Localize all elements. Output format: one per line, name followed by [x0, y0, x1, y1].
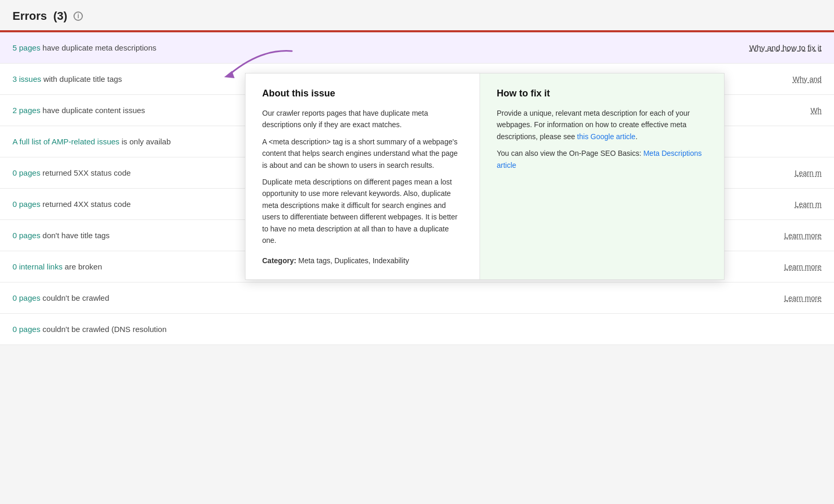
row-text-dns: 0 pages couldn't be crawled (DNS resolut… — [13, 325, 821, 334]
learn-link-4xx[interactable]: Learn m — [795, 200, 821, 208]
issue-row-crawl: 0 pages couldn't be crawled Learn more — [0, 282, 834, 314]
row-text-crawl: 0 pages couldn't be crawled — [13, 293, 776, 302]
why-and-link-title[interactable]: Why and — [793, 75, 821, 83]
why-link-content[interactable]: Wh — [811, 106, 821, 115]
popup-category: Category: Meta tags, Duplicates, Indexab… — [262, 256, 463, 265]
popup-right-title: How to fix it — [497, 88, 707, 99]
errors-header: Errors (3) i — [0, 0, 834, 30]
learn-link-5xx[interactable]: Learn m — [795, 169, 821, 177]
popup-left: About this issue Our crawler reports pag… — [246, 73, 480, 279]
why-fix-link[interactable]: Why and how to fix it — [750, 43, 821, 52]
info-icon[interactable]: i — [73, 11, 83, 21]
popup-container: About this issue Our crawler reports pag… — [245, 73, 725, 280]
popup-fix-para2: You can also view the On-Page SEO Basics… — [497, 147, 707, 171]
link-amp[interactable]: A full list of AMP-related issues — [13, 137, 119, 146]
popup-left-body: Our crawler reports pages that have dupl… — [262, 107, 463, 246]
link-3-issues[interactable]: 3 issues — [13, 75, 41, 83]
learn-link-broken[interactable]: Learn more — [784, 263, 821, 271]
link-2-pages[interactable]: 2 pages — [13, 106, 40, 115]
header-title-text: Errors — [13, 9, 47, 22]
popup-right-body: Provide a unique, relevant meta descript… — [497, 107, 707, 171]
issue-row-dns: 0 pages couldn't be crawled (DNS resolut… — [0, 314, 834, 345]
google-article-link[interactable]: this Google article — [577, 132, 635, 141]
popup-fix-para1: Provide a unique, relevant meta descript… — [497, 107, 707, 142]
category-value: Meta tags, Duplicates, Indexability — [298, 256, 409, 265]
learn-link-crawl[interactable]: Learn more — [784, 294, 821, 302]
popup-para1: Our crawler reports pages that have dupl… — [262, 107, 463, 131]
errors-title: Errors (3) — [13, 9, 67, 23]
header-count: (3) — [53, 9, 67, 22]
popup-para2: A <meta description> tag is a short summ… — [262, 136, 463, 171]
link-5-pages[interactable]: 5 pages — [13, 43, 40, 52]
popup-right: How to fix it Provide a unique, relevant… — [480, 73, 724, 279]
popup-left-title: About this issue — [262, 88, 463, 99]
learn-link-no-title[interactable]: Learn more — [784, 231, 821, 240]
issue-row-duplicate-meta: 5 pages have duplicate meta descriptions… — [0, 32, 834, 64]
category-label: Category: — [262, 256, 296, 265]
page-wrapper: Errors (3) i 5 pages have duplicate meta… — [0, 0, 834, 504]
popup-para3: Duplicate meta descriptions on different… — [262, 176, 463, 246]
row-text-duplicate-meta: 5 pages have duplicate meta descriptions — [13, 43, 750, 52]
